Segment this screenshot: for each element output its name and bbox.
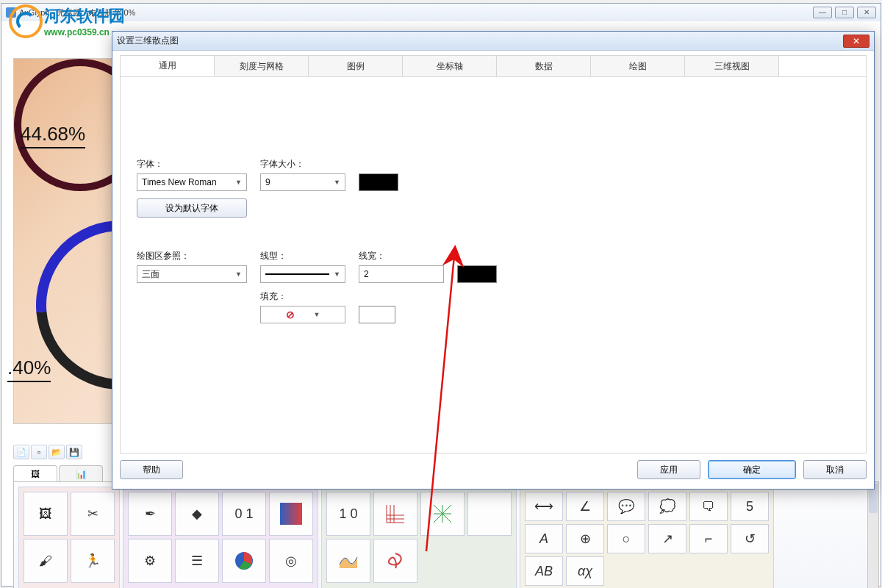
arrow-diag-icon[interactable]: ↗ — [648, 524, 686, 553]
palette-group-2: ✒ ◆ 0 1 ⚙ ☰ ◎ — [123, 487, 318, 588]
paint-tool[interactable]: 🖌 — [24, 539, 68, 583]
dialog-close-button[interactable]: ✕ — [843, 35, 870, 48]
palette-group-4: ⟷ ∠ 💬 💭 🗨 5 A ⊕ ○ ↗ ⌐ ↺ AB αχ — [520, 487, 774, 588]
settings-dialog: 设置三维散点图 ✕ 通用 刻度与网格 图例 坐标轴 数据 绘图 三维视图 字体：… — [112, 31, 875, 490]
chevron-down-icon: ▼ — [235, 270, 242, 278]
font-value: Times New Roman — [142, 177, 217, 187]
line-type-label: 线型： — [260, 250, 345, 262]
radar-tool[interactable]: ◎ — [269, 539, 313, 583]
svg-rect-0 — [280, 503, 302, 525]
palette-tabs: 🖼 📊 — [13, 465, 104, 481]
fill-select[interactable]: ⊘ ▼ — [260, 306, 345, 323]
surface-tool[interactable] — [326, 539, 370, 583]
app-title: AxGlyph - 无标题 - 未注册 200% — [19, 7, 135, 18]
list-tool[interactable]: ☰ — [175, 539, 219, 583]
dialog-title: 设置三维散点图 — [117, 35, 179, 47]
save-button[interactable]: 💾 — [66, 445, 82, 459]
maximize-button[interactable]: □ — [835, 7, 854, 18]
line-color-swatch[interactable] — [457, 265, 497, 283]
tab-3dview[interactable]: 三维视图 — [685, 56, 779, 76]
close-button[interactable]: ✕ — [857, 7, 876, 18]
tensor-tool[interactable]: 1 0 — [326, 492, 370, 536]
grid2-tool[interactable] — [420, 492, 465, 536]
tab-legend[interactable]: 图例 — [309, 56, 403, 76]
font-size-select[interactable]: 9 ▼ — [260, 173, 345, 191]
plot-ref-value: 三面 — [142, 268, 159, 281]
circle-icon[interactable]: ○ — [607, 524, 645, 553]
letter-icon[interactable]: A — [525, 524, 563, 553]
open-button[interactable]: 📂 — [49, 445, 65, 459]
tool-palette: 🖼 ✂ 🖌 🏃 ✒ ◆ 0 1 ⚙ ☰ ◎ 1 0 — [13, 481, 875, 588]
new-doc-button[interactable]: 📄 — [13, 445, 29, 459]
fill-label: 填充： — [260, 290, 345, 303]
palette-tab-icon2: 📊 — [76, 469, 87, 479]
pie-tool[interactable] — [222, 539, 266, 583]
matrix-tool[interactable]: 0 1 — [222, 492, 266, 536]
line-type-select[interactable]: ▼ — [260, 265, 345, 283]
palette-scrollbar[interactable] — [867, 481, 879, 588]
chevron-down-icon: ▼ — [334, 179, 340, 186]
percent-label-2: .40% — [7, 356, 51, 382]
callout3-icon[interactable]: 🗨 — [689, 492, 728, 521]
dialog-footer: 帮助 应用 确定 取消 — [120, 458, 867, 481]
grid-tool[interactable] — [373, 492, 417, 536]
palette-tab-1[interactable]: 🖼 — [13, 465, 57, 481]
main-titlebar: AxGlyph - 无标题 - 未注册 200% — □ ✕ — [1, 4, 881, 21]
chevron-down-icon: ▼ — [314, 311, 320, 318]
dim-h-icon[interactable]: ⟷ — [525, 492, 563, 521]
help-button[interactable]: 帮助 — [120, 460, 183, 479]
tab-axis[interactable]: 坐标轴 — [403, 56, 497, 76]
font-size-value: 9 — [265, 177, 270, 187]
ab-icon[interactable]: AB — [525, 556, 563, 586]
gear-tool[interactable]: ⚙ — [128, 539, 172, 583]
ok-button[interactable]: 确定 — [708, 460, 796, 479]
palette-tab-2[interactable]: 📊 — [59, 465, 103, 481]
tab-data[interactable]: 数据 — [497, 56, 591, 76]
percent-label-1: 44.68% — [21, 123, 85, 148]
center-icon[interactable]: ⊕ — [566, 524, 604, 553]
callout2-icon[interactable]: 💭 — [648, 492, 686, 521]
font-size-label: 字体大小： — [260, 158, 345, 171]
palette-group-1: 🖼 ✂ 🖌 🏃 — [18, 487, 120, 588]
line-width-input[interactable] — [359, 265, 444, 283]
font-color-swatch[interactable] — [359, 173, 398, 191]
no-fill-icon: ⊘ — [286, 309, 295, 320]
fill-color-swatch[interactable] — [359, 306, 395, 323]
corner-icon[interactable]: ⌐ — [689, 524, 728, 553]
general-form: 字体： Times New Roman ▼ 字体大小： 9 ▼ 设为默认字体 — [121, 77, 866, 323]
plot-ref-select[interactable]: 三面 ▼ — [137, 265, 247, 283]
page-button[interactable]: ▫ — [31, 445, 47, 459]
image-tool[interactable]: 🖼 — [24, 492, 68, 536]
dialog-tabs: 通用 刻度与网格 图例 坐标轴 数据 绘图 三维视图 — [121, 56, 866, 77]
tab-general[interactable]: 通用 — [121, 56, 215, 76]
run-tool[interactable]: 🏃 — [71, 539, 115, 583]
pen-tool[interactable]: ✒ — [128, 492, 172, 536]
chevron-down-icon: ▼ — [334, 270, 340, 278]
apply-button[interactable]: 应用 — [637, 460, 700, 479]
plot-ref-label: 绘图区参照： — [137, 250, 247, 262]
minimize-button[interactable]: — — [813, 7, 832, 18]
palette-group-3: 1 0 — [321, 487, 517, 588]
document-toolbar: 📄 ▫ 📂 💾 — [13, 443, 116, 461]
font-select[interactable]: Times New Roman ▼ — [137, 173, 247, 191]
callout1-icon[interactable]: 💬 — [607, 492, 645, 521]
tab-plot[interactable]: 绘图 — [591, 56, 685, 76]
num-icon[interactable]: 5 — [731, 492, 769, 521]
scissors-tool[interactable]: ✂ — [71, 492, 115, 536]
spiral-tool[interactable] — [373, 539, 417, 583]
alpha-icon[interactable]: αχ — [566, 556, 604, 586]
dialog-titlebar: 设置三维散点图 ✕ — [112, 32, 874, 51]
set-default-font-button[interactable]: 设为默认字体 — [137, 198, 247, 218]
shape-tool[interactable]: ◆ — [175, 492, 219, 536]
gradient-tool[interactable] — [269, 492, 313, 536]
cancel-button[interactable]: 取消 — [803, 460, 867, 479]
angle-icon[interactable]: ∠ — [566, 492, 604, 521]
blank-tool[interactable] — [467, 492, 512, 536]
line-width-label: 线宽： — [359, 250, 444, 262]
dialog-body: 通用 刻度与网格 图例 坐标轴 数据 绘图 三维视图 字体： Times New… — [120, 55, 867, 453]
tab-grid[interactable]: 刻度与网格 — [215, 56, 309, 76]
rotate-icon[interactable]: ↺ — [731, 524, 769, 553]
app-icon — [6, 7, 16, 18]
chevron-down-icon: ▼ — [235, 179, 242, 186]
font-label: 字体： — [137, 158, 247, 171]
